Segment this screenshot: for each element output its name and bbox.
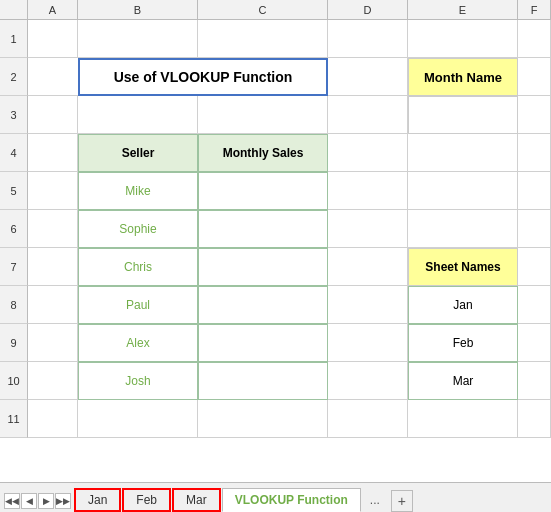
- cell-a4[interactable]: [28, 134, 78, 172]
- spreadsheet: A B C D E F 1 2 Use of VLOOKUP Function …: [0, 0, 551, 482]
- row-1: 1: [0, 20, 551, 58]
- cell-d2[interactable]: [328, 58, 408, 96]
- cell-sales-6[interactable]: [198, 210, 328, 248]
- row-9: 9 Alex Feb: [0, 324, 551, 362]
- cell-mike[interactable]: Mike: [78, 172, 198, 210]
- cell-d5[interactable]: [328, 172, 408, 210]
- row-10: 10 Josh Mar: [0, 362, 551, 400]
- tab-nav-next[interactable]: ▶: [38, 493, 54, 509]
- cell-d9[interactable]: [328, 324, 408, 362]
- cell-a1[interactable]: [28, 20, 78, 58]
- cell-e5[interactable]: [408, 172, 518, 210]
- cell-a6[interactable]: [28, 210, 78, 248]
- tab-nav-first[interactable]: ◀◀: [4, 493, 20, 509]
- cell-f1[interactable]: [518, 20, 551, 58]
- tab-mar[interactable]: Mar: [172, 488, 221, 512]
- cell-c11[interactable]: [198, 400, 328, 438]
- cell-c1[interactable]: [198, 20, 328, 58]
- row-num-6: 6: [0, 210, 28, 248]
- col-header-c: C: [198, 0, 328, 20]
- cell-f9[interactable]: [518, 324, 551, 362]
- cell-f11[interactable]: [518, 400, 551, 438]
- row-6: 6 Sophie: [0, 210, 551, 248]
- col-header-a: A: [28, 0, 78, 20]
- cell-d3[interactable]: [328, 96, 408, 134]
- cell-title: Use of VLOOKUP Function: [78, 58, 328, 96]
- cell-alex[interactable]: Alex: [78, 324, 198, 362]
- cell-a8[interactable]: [28, 286, 78, 324]
- month-name-label[interactable]: Month Name: [408, 58, 518, 96]
- row-5: 5 Mike: [0, 172, 551, 210]
- row-num-5: 5: [0, 172, 28, 210]
- row-7: 7 Chris Sheet Names: [0, 248, 551, 286]
- cell-a11[interactable]: [28, 400, 78, 438]
- row-num-2: 2: [0, 58, 28, 96]
- tab-add-button[interactable]: +: [391, 490, 413, 512]
- cell-e11[interactable]: [408, 400, 518, 438]
- row-num-3: 3: [0, 96, 28, 134]
- row-num-4: 4: [0, 134, 28, 172]
- cell-a3[interactable]: [28, 96, 78, 134]
- cell-e1[interactable]: [408, 20, 518, 58]
- cell-f3[interactable]: [518, 96, 551, 134]
- col-header-e: E: [408, 0, 518, 20]
- cell-a9[interactable]: [28, 324, 78, 362]
- corner-cell: [0, 0, 28, 20]
- cell-f2[interactable]: [518, 58, 551, 96]
- tab-nav-prev[interactable]: ◀: [21, 493, 37, 509]
- cell-feb[interactable]: Feb: [408, 324, 518, 362]
- cell-d6[interactable]: [328, 210, 408, 248]
- cell-d11[interactable]: [328, 400, 408, 438]
- cell-d1[interactable]: [328, 20, 408, 58]
- cell-d8[interactable]: [328, 286, 408, 324]
- cell-e6[interactable]: [408, 210, 518, 248]
- cell-e4[interactable]: [408, 134, 518, 172]
- cell-sales-5[interactable]: [198, 172, 328, 210]
- tab-vlookup[interactable]: VLOOKUP Function: [222, 488, 361, 512]
- tab-feb[interactable]: Feb: [122, 488, 171, 512]
- cell-sophie[interactable]: Sophie: [78, 210, 198, 248]
- row-8: 8 Paul Jan: [0, 286, 551, 324]
- tab-jan[interactable]: Jan: [74, 488, 121, 512]
- tab-nav-last[interactable]: ▶▶: [55, 493, 71, 509]
- cell-sales-7[interactable]: [198, 248, 328, 286]
- cell-b1[interactable]: [78, 20, 198, 58]
- cell-a2[interactable]: [28, 58, 78, 96]
- row-2: 2 Use of VLOOKUP Function Month Name: [0, 58, 551, 96]
- cell-a10[interactable]: [28, 362, 78, 400]
- cell-d4[interactable]: [328, 134, 408, 172]
- column-headers: A B C D E F: [0, 0, 551, 20]
- cell-a5[interactable]: [28, 172, 78, 210]
- col-header-f: F: [518, 0, 551, 20]
- row-11: 11: [0, 400, 551, 438]
- cell-chris[interactable]: Chris: [78, 248, 198, 286]
- cell-b11[interactable]: [78, 400, 198, 438]
- sheet-names-label: Sheet Names: [408, 248, 518, 286]
- tab-ellipsis[interactable]: ...: [362, 488, 388, 512]
- cell-paul[interactable]: Paul: [78, 286, 198, 324]
- cell-sales-8[interactable]: [198, 286, 328, 324]
- tab-bar: ◀◀ ◀ ▶ ▶▶ Jan Feb Mar VLOOKUP Function .…: [0, 482, 551, 512]
- cell-sales-10[interactable]: [198, 362, 328, 400]
- row-num-7: 7: [0, 248, 28, 286]
- cell-a7[interactable]: [28, 248, 78, 286]
- cell-d10[interactable]: [328, 362, 408, 400]
- cell-f6[interactable]: [518, 210, 551, 248]
- tab-sheets: Jan Feb Mar VLOOKUP Function ... +: [74, 488, 413, 512]
- cell-f5[interactable]: [518, 172, 551, 210]
- cell-f8[interactable]: [518, 286, 551, 324]
- col-header-b: B: [78, 0, 198, 20]
- cell-f10[interactable]: [518, 362, 551, 400]
- cell-sales-9[interactable]: [198, 324, 328, 362]
- cell-d7[interactable]: [328, 248, 408, 286]
- cell-c3[interactable]: [198, 96, 328, 134]
- cell-f7[interactable]: [518, 248, 551, 286]
- cell-mar[interactable]: Mar: [408, 362, 518, 400]
- month-name-input[interactable]: [408, 96, 518, 134]
- header-monthly-sales: Monthly Sales: [198, 134, 328, 172]
- cell-jan[interactable]: Jan: [408, 286, 518, 324]
- cell-b3[interactable]: [78, 96, 198, 134]
- row-num-10: 10: [0, 362, 28, 400]
- cell-josh[interactable]: Josh: [78, 362, 198, 400]
- cell-f4[interactable]: [518, 134, 551, 172]
